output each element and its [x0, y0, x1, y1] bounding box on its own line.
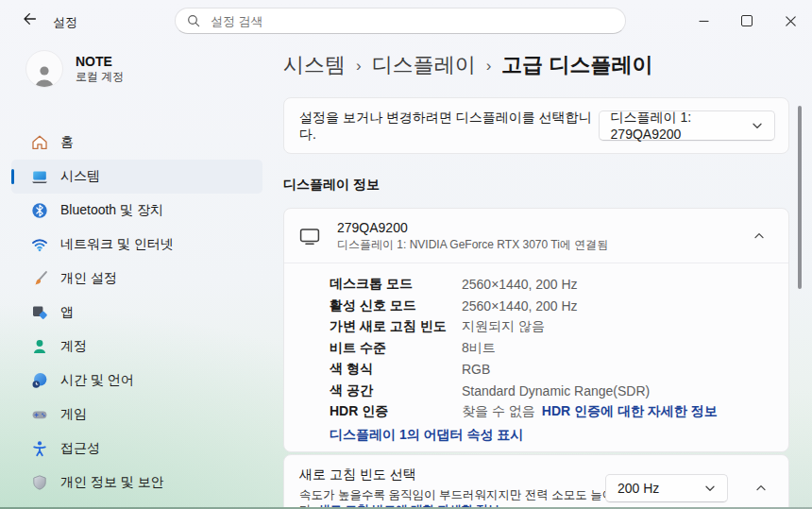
- search-input[interactable]: [209, 13, 614, 29]
- page-title: 고급 디스플레이: [501, 51, 652, 79]
- sidebar-item-label: 계정: [60, 338, 87, 355]
- breadcrumb-separator: ›: [486, 55, 492, 76]
- app-title: 설정: [53, 14, 77, 31]
- network-icon: [31, 236, 48, 253]
- back-arrow-icon: [22, 11, 37, 30]
- chevron-down-icon: [704, 483, 716, 494]
- breadcrumb-display[interactable]: 디스플레이: [372, 51, 476, 79]
- info-row-color-format: 색 형식 RGB: [330, 359, 773, 381]
- settings-window: 설정 NOTE 로컬 계정: [0, 0, 812, 509]
- back-button[interactable]: [15, 7, 43, 35]
- chevron-up-icon: [755, 483, 767, 494]
- refresh-rate-expander-button[interactable]: [747, 474, 775, 502]
- info-label: 데스크톱 모드: [330, 276, 462, 293]
- info-label: 색 공간: [330, 382, 462, 399]
- window-controls: [682, 0, 812, 42]
- device-name: 279QA9200: [337, 220, 608, 236]
- adapter-properties-link[interactable]: 디스플레이 1의 어댑터 속성 표시: [330, 427, 788, 444]
- sidebar-item-label: 게임: [60, 406, 87, 423]
- info-value: 8비트: [462, 340, 496, 357]
- breadcrumb: 시스템 › 디스플레이 › 고급 디스플레이: [283, 51, 652, 79]
- sidebar-item-accounts[interactable]: 계정: [11, 330, 262, 364]
- info-value: 2560×1440, 200 Hz: [462, 298, 578, 314]
- accessibility-icon: [31, 440, 48, 457]
- sidebar: NOTE 로컬 계정 홈 시스템: [0, 42, 276, 509]
- refresh-rate-controls: 200 Hz: [605, 474, 775, 502]
- info-row-color-space: 색 공간 Standard Dynamic Range(SDR): [330, 381, 773, 402]
- display-select-dropdown[interactable]: 디스플레이 1: 279QA9200: [599, 110, 775, 141]
- sidebar-item-time-language[interactable]: 시간 및 언어: [11, 364, 262, 398]
- avatar: [25, 50, 63, 88]
- display-select-card: 설정을 보거나 변경하려면 디스플레이를 선택합니다. 디스플레이 1: 279…: [283, 97, 789, 154]
- info-row-variable-refresh: 가변 새로 고침 빈도 지원되지 않음: [330, 316, 773, 338]
- minimize-button[interactable]: [682, 0, 725, 42]
- display-info-card: 279QA9200 디스플레이 1: NVIDIA GeForce RTX 30…: [283, 208, 789, 452]
- info-value: 찾을 수 없음: [462, 403, 535, 420]
- sidebar-item-label: Bluetooth 및 장치: [60, 202, 163, 219]
- vertical-scrollbar[interactable]: [798, 106, 802, 289]
- info-value: 2560×1440, 200 Hz: [462, 277, 578, 292]
- sidebar-item-accessibility[interactable]: 접근성: [11, 432, 262, 466]
- display-select-label: 설정을 보거나 변경하려면 디스플레이를 선택합니다.: [299, 109, 599, 143]
- info-value: RGB: [462, 362, 490, 377]
- maximize-button[interactable]: [725, 0, 769, 42]
- section-title-display-info: 디스플레이 정보: [283, 177, 380, 194]
- sidebar-item-label: 접근성: [60, 440, 100, 457]
- refresh-rate-card: 새로 고침 빈도 선택 속도가 높을수록 움직임이 부드러워지지만 전력 소모도…: [283, 454, 789, 509]
- chevron-down-icon: [752, 120, 763, 131]
- search-box[interactable]: [175, 8, 626, 34]
- home-icon: [31, 134, 48, 151]
- info-row-active-signal-mode: 활성 신호 모드 2560×1440, 200 Hz: [330, 296, 773, 317]
- sidebar-item-personalization[interactable]: 개인 설정: [11, 262, 262, 296]
- sidebar-item-bluetooth-devices[interactable]: Bluetooth 및 장치: [11, 194, 262, 228]
- close-button[interactable]: [769, 0, 812, 42]
- hdr-certification-link[interactable]: HDR 인증에 대한 자세한 정보: [542, 403, 718, 420]
- sidebar-item-home[interactable]: 홈: [11, 126, 262, 160]
- person-icon: [32, 62, 57, 87]
- refresh-rate-description: 속도가 높을수록 움직임이 부드러워지지만 전력 소모도 늘어납니다.새로 고침…: [299, 487, 641, 509]
- info-row-desktop-mode: 데스크톱 모드 2560×1440, 200 Hz: [330, 274, 773, 296]
- sidebar-item-privacy-security[interactable]: 개인 정보 및 보안: [11, 466, 262, 500]
- sidebar-item-label: 앱: [60, 304, 74, 321]
- sidebar-item-label: 홈: [60, 134, 74, 151]
- search-icon: [187, 14, 200, 27]
- collapse-expander-button[interactable]: [745, 222, 773, 250]
- sidebar-item-label: 개인 설정: [60, 270, 117, 287]
- info-row-bit-depth: 비트 수준 8비트: [330, 338, 773, 360]
- info-label: 비트 수준: [330, 340, 462, 357]
- info-label: 색 형식: [330, 361, 462, 378]
- account-name: NOTE: [76, 54, 124, 70]
- sidebar-item-network-internet[interactable]: 네트워크 및 인터넷: [11, 228, 262, 262]
- account-info[interactable]: NOTE 로컬 계정: [25, 50, 124, 88]
- minimize-icon: [699, 16, 709, 26]
- display-info-rows: 데스크톱 모드 2560×1440, 200 Hz 활성 신호 모드 2560×…: [284, 263, 788, 423]
- maximize-icon: [741, 15, 753, 26]
- time-language-icon: [31, 372, 48, 389]
- info-value: 지원되지 않음: [462, 318, 545, 335]
- accounts-icon: [31, 338, 48, 355]
- personalization-icon: [31, 270, 48, 287]
- sidebar-nav: 홈 시스템 Bluetooth 및 장치 네트워크 및 인터넷: [11, 126, 262, 500]
- selected-accent-bar: [11, 169, 14, 184]
- sidebar-item-label: 네트워크 및 인터넷: [60, 236, 174, 253]
- system-icon: [31, 168, 48, 185]
- info-label: 가변 새로 고침 빈도: [330, 318, 462, 335]
- sidebar-item-apps[interactable]: 앱: [11, 296, 262, 330]
- info-row-hdr-certification: HDR 인증 찾을 수 없음 HDR 인증에 대한 자세한 정보: [330, 401, 773, 423]
- main-content: 시스템 › 디스플레이 › 고급 디스플레이 설정을 보거나 변경하려면 디스플…: [276, 42, 812, 509]
- refresh-rate-value: 200 Hz: [617, 481, 659, 496]
- sidebar-item-system[interactable]: 시스템: [11, 160, 262, 194]
- bluetooth-icon: [31, 202, 48, 219]
- apps-icon: [31, 304, 48, 321]
- chevron-up-icon: [753, 230, 765, 242]
- close-icon: [786, 16, 796, 26]
- info-label: HDR 인증: [330, 403, 462, 420]
- sidebar-item-label: 개인 정보 및 보안: [60, 474, 164, 491]
- display-info-header: 279QA9200 디스플레이 1: NVIDIA GeForce RTX 30…: [284, 209, 788, 263]
- shield-icon: [31, 474, 48, 491]
- breadcrumb-system[interactable]: 시스템: [283, 51, 346, 79]
- refresh-rate-dropdown[interactable]: 200 Hz: [605, 474, 728, 502]
- account-type: 로컬 계정: [76, 70, 124, 84]
- device-connection: 디스플레이 1: NVIDIA GeForce RTX 3070 Ti에 연결됨: [337, 238, 608, 252]
- sidebar-item-gaming[interactable]: 게임: [11, 398, 262, 432]
